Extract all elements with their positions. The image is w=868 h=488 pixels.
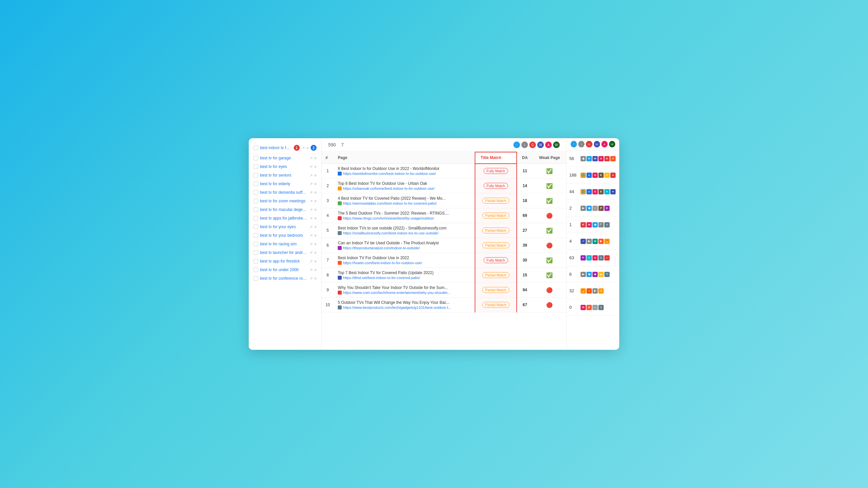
main-container: best indoor tv for outdoor 1 ↗ ≡ 2 best … bbox=[249, 138, 619, 350]
right-header-icon5: A bbox=[601, 141, 608, 148]
weak-icon: 🔴 bbox=[546, 243, 553, 248]
sidebar-menu-icon-2[interactable]: ≡ bbox=[315, 165, 316, 169]
sidebar-checkbox-5[interactable] bbox=[253, 190, 258, 195]
sidebar-external-icon-3[interactable]: ↗ bbox=[310, 173, 313, 177]
sidebar-menu-icon-8[interactable]: ≡ bbox=[315, 216, 316, 220]
sidebar-item-1[interactable]: best tv for garage ↗ ≡ bbox=[249, 154, 321, 162]
sidebar-item-5[interactable]: best tv for dementia sufferers ↗ ≡ bbox=[249, 188, 321, 197]
row-page: Top 7 Best Indoor TV for Covered Patio (… bbox=[334, 268, 475, 283]
result-url[interactable]: https://theproductanalyst.com/indoor-tv-… bbox=[338, 246, 471, 250]
sidebar-menu-icon-6[interactable]: ≡ bbox=[315, 199, 316, 203]
sidebar-external-icon-9[interactable]: ↗ bbox=[310, 225, 313, 229]
result-url[interactable]: https://www.rtings.com/tv/reviews/best/b… bbox=[338, 216, 471, 220]
sidebar-external-icon-5[interactable]: ↗ bbox=[310, 190, 313, 195]
mini-icon: e bbox=[587, 189, 592, 194]
sidebar-external-icon-7[interactable]: ↗ bbox=[310, 208, 313, 212]
sidebar-checkbox-15[interactable] bbox=[253, 276, 258, 281]
sidebar-external-icon-14[interactable]: ↗ bbox=[310, 268, 313, 272]
match-badge: Partial Match bbox=[482, 242, 509, 248]
sidebar-item-8[interactable]: best tv apps for jailbroken firestick ↗ … bbox=[249, 214, 321, 223]
sidebar-item-6[interactable]: best tv for zoom meetings ↗ ≡ bbox=[249, 197, 321, 205]
right-icons: 🔥i▶⚠ bbox=[581, 288, 604, 294]
sidebar-checkbox-12[interactable] bbox=[253, 250, 258, 255]
sidebar-external-icon-12[interactable]: ↗ bbox=[310, 251, 313, 255]
sidebar-item-9[interactable]: best tv for your eyes ↗ ≡ bbox=[249, 223, 321, 231]
sidebar-menu-icon-13[interactable]: ≡ bbox=[315, 259, 316, 263]
sidebar-menu-icon-10[interactable]: ≡ bbox=[315, 233, 316, 237]
row-da: 69 bbox=[517, 208, 533, 223]
sidebar-checkbox-9[interactable] bbox=[253, 225, 258, 229]
sidebar-item-15[interactable]: best tv for conference room ↗ ≡ bbox=[249, 274, 321, 283]
favicon-icon bbox=[338, 172, 342, 175]
row-da: 30 bbox=[517, 253, 533, 268]
sidebar-menu-icon-3[interactable]: ≡ bbox=[315, 173, 316, 177]
top-keyword-row[interactable]: best indoor tv for outdoor 1 ↗ ≡ 2 bbox=[249, 142, 321, 154]
table-row: 3 4 Best Indoor TV for Covered Patio (20… bbox=[321, 193, 566, 208]
sidebar-item-2[interactable]: best tv for eyes ↗ ≡ bbox=[249, 162, 321, 171]
sidebar-external-icon-13[interactable]: ↗ bbox=[310, 259, 313, 263]
sidebar-item-12[interactable]: best tv launcher for android box ↗ ≡ bbox=[249, 248, 321, 257]
sidebar-item-10[interactable]: best tv for your bedroom ↗ ≡ bbox=[249, 231, 321, 240]
sidebar-external-icon-8[interactable]: ↗ bbox=[310, 216, 313, 221]
result-url[interactable]: https://wemowdallas.com/best-indoor-tv-f… bbox=[338, 201, 471, 205]
sidebar-item-11[interactable]: best tv for racing sim ↗ ≡ bbox=[249, 240, 321, 248]
sidebar-menu-icon-12[interactable]: ≡ bbox=[315, 251, 316, 255]
result-url[interactable]: https://www.bestproducts.com/tech/gadget… bbox=[338, 305, 471, 310]
external-link-icon[interactable]: ↗ bbox=[302, 146, 305, 150]
sidebar-checkbox-4[interactable] bbox=[253, 182, 258, 186]
sidebar-checkbox-14[interactable] bbox=[253, 267, 258, 272]
sidebar-checkbox-3[interactable] bbox=[253, 173, 258, 177]
sidebar-menu-icon-5[interactable]: ≡ bbox=[315, 190, 316, 194]
result-url[interactable]: https://www.cnet.com/tech/home-entertain… bbox=[338, 291, 471, 295]
result-url[interactable]: https://howto.com/best-indoor-tv-for-out… bbox=[338, 261, 471, 265]
sidebar-checkbox-11[interactable] bbox=[253, 242, 258, 246]
sidebar-item-7[interactable]: best tv for macular degeneration ↗ ≡ bbox=[249, 205, 321, 214]
row-da: 15 bbox=[517, 268, 533, 283]
sidebar-checkbox-13[interactable] bbox=[253, 259, 258, 263]
favicon-icon bbox=[338, 276, 342, 280]
sidebar-menu-icon-14[interactable]: ≡ bbox=[315, 268, 316, 272]
sidebar-menu-icon-9[interactable]: ≡ bbox=[315, 225, 316, 229]
result-url[interactable]: https://urbanoak.co/home/best-indoor-tv-… bbox=[338, 187, 471, 190]
favicon-icon bbox=[338, 216, 342, 220]
sidebar-menu-icon-11[interactable]: ≡ bbox=[315, 242, 316, 246]
sidebar-external-icon-11[interactable]: ↗ bbox=[310, 242, 313, 246]
table-row: 5 Best Indoor TVs to use outside (2022) … bbox=[321, 223, 566, 238]
sidebar-external-icon-2[interactable]: ↗ bbox=[310, 165, 313, 169]
right-count: 2 bbox=[569, 206, 579, 210]
sidebar-item-13[interactable]: best tv app for firestick ↗ ≡ bbox=[249, 257, 321, 265]
row-page: 8 Best Indoor tv for Outdoor Use in 2022… bbox=[334, 164, 475, 178]
sidebar-external-icon-10[interactable]: ↗ bbox=[310, 233, 313, 238]
sidebar-item-4[interactable]: best tv for elderly ↗ ≡ bbox=[249, 180, 321, 188]
sidebar-checkbox-7[interactable] bbox=[253, 207, 258, 212]
sidebar-item-14[interactable]: best tv for under 2000 ↗ ≡ bbox=[249, 265, 321, 274]
weak-icon: ✅ bbox=[546, 272, 553, 278]
mini-icon: P bbox=[581, 255, 586, 261]
sidebar-checkbox-10[interactable] bbox=[253, 233, 258, 238]
result-url[interactable]: https://tfind.net/best-indoor-tv-for-cov… bbox=[338, 276, 471, 280]
sidebar-checkbox-2[interactable] bbox=[253, 164, 258, 169]
sidebar-checkbox-6[interactable] bbox=[253, 199, 258, 203]
sidebar-menu-icon-4[interactable]: ≡ bbox=[315, 182, 316, 186]
sidebar-external-icon-1[interactable]: ↗ bbox=[310, 156, 313, 160]
sidebar-menu-icon-7[interactable]: ≡ bbox=[315, 208, 316, 212]
sidebar-external-icon-15[interactable]: ↗ bbox=[310, 276, 313, 281]
sidebar-external-icon-6[interactable]: ↗ bbox=[310, 199, 313, 203]
mini-icon: R bbox=[581, 222, 586, 227]
top-checkbox[interactable] bbox=[253, 145, 258, 150]
sidebar-checkbox-1[interactable] bbox=[253, 156, 258, 160]
result-url[interactable]: https://smallbusinessify.com/best-indoor… bbox=[338, 231, 471, 235]
sidebar-item-3[interactable]: best tv for seniors ↗ ≡ bbox=[249, 171, 321, 180]
right-data-row: 32 🔥i▶⚠ bbox=[567, 283, 619, 299]
sidebar-menu-icon-15[interactable]: ≡ bbox=[315, 276, 316, 280]
mini-icon: ◉ bbox=[592, 222, 598, 227]
row-weak-page: ✅ bbox=[533, 223, 566, 238]
stats-row: 590 7 🐦 i G W A W bbox=[321, 138, 566, 152]
match-badge: Partial Match bbox=[482, 198, 509, 204]
sidebar-menu-icon-1[interactable]: ≡ bbox=[315, 156, 316, 160]
sidebar-checkbox-8[interactable] bbox=[253, 216, 258, 221]
result-url[interactable]: https://worldofmonitor.com/best-indoor-t… bbox=[338, 172, 471, 175]
weak-icon: 🔴 bbox=[546, 287, 553, 293]
sidebar-external-icon-4[interactable]: ↗ bbox=[310, 182, 313, 186]
menu-icon[interactable]: ≡ bbox=[307, 146, 309, 150]
